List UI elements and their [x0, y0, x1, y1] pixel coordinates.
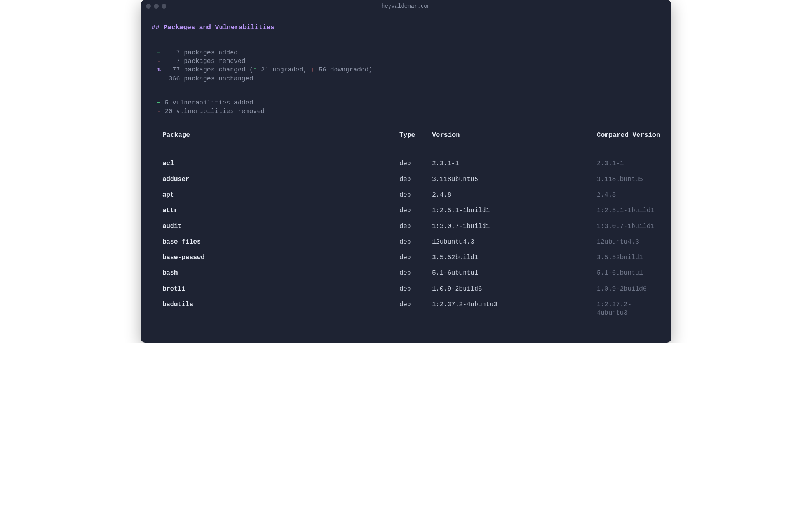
arrow-down-icon: ↓ [311, 66, 315, 73]
table-row: brotlideb1.0.9-2build61.0.9-2build6 [162, 281, 660, 297]
header-compared: Compared Version [597, 131, 660, 156]
cell-type: deb [399, 297, 432, 321]
summary-added: + 7 packages added [157, 49, 660, 57]
table-row: attrdeb1:2.5.1-1build11:2.5.1-1build1 [162, 203, 660, 218]
cell-compared: 12ubuntu4.3 [597, 234, 660, 250]
header-version: Version [432, 131, 597, 156]
cell-version: 5.1-6ubuntu1 [432, 265, 597, 281]
vuln-added: + 5 vulnerabilities added [157, 99, 660, 107]
cell-package: adduser [162, 172, 399, 187]
terminal-window: heyvaldemar.com ## Packages and Vulnerab… [141, 0, 671, 343]
cell-compared: 2.4.8 [597, 187, 660, 203]
cell-version: 2.4.8 [432, 187, 597, 203]
traffic-lights [146, 4, 166, 9]
table-row: base-filesdeb12ubuntu4.312ubuntu4.3 [162, 234, 660, 250]
cell-version: 3.118ubuntu5 [432, 172, 597, 187]
cell-package: brotli [162, 281, 399, 297]
cell-compared: 1:2.5.1-1build1 [597, 203, 660, 218]
maximize-icon[interactable] [162, 4, 166, 9]
cell-version: 2.3.1-1 [432, 156, 597, 171]
table-row: base-passwddeb3.5.52build13.5.52build1 [162, 250, 660, 265]
sep: , [303, 66, 311, 73]
downgraded-label: downgraded [330, 66, 369, 73]
cell-type: deb [399, 234, 432, 250]
table-row: acldeb2.3.1-12.3.1-1 [162, 156, 660, 171]
summary-unchanged-label: packages unchanged [184, 75, 253, 82]
cell-version: 1:3.0.7-1build1 [432, 219, 597, 234]
package-table-wrap: Package Type Version Compared Version ac… [162, 131, 660, 321]
paren-open: ( [249, 66, 253, 73]
minimize-icon[interactable] [154, 4, 159, 9]
cell-package: attr [162, 203, 399, 218]
package-summary: + 7 packages added - 7 packages removed … [157, 49, 660, 83]
package-table: Package Type Version Compared Version ac… [162, 131, 660, 321]
summary-added-count: 7 [176, 49, 180, 56]
table-row: bashdeb5.1-6ubuntu15.1-6ubuntu1 [162, 265, 660, 281]
summary-unchanged-count: 366 [169, 75, 180, 82]
cell-type: deb [399, 203, 432, 218]
cell-type: deb [399, 281, 432, 297]
vuln-removed: - 20 vulnerabilities removed [157, 107, 660, 116]
minus-icon: - [157, 57, 161, 65]
cell-type: deb [399, 250, 432, 265]
cell-compared: 1:3.0.7-1build1 [597, 219, 660, 234]
cell-type: deb [399, 219, 432, 234]
window-title: heyvaldemar.com [146, 3, 666, 9]
header-type: Type [399, 131, 432, 156]
summary-added-label: packages added [184, 49, 238, 56]
cell-type: deb [399, 172, 432, 187]
vuln-removed-label: vulnerabilities removed [176, 108, 265, 115]
close-icon[interactable] [146, 4, 151, 9]
summary-changed-label: packages changed [184, 66, 245, 73]
cell-package: base-files [162, 234, 399, 250]
change-icon: ⇅ [157, 66, 161, 73]
cell-type: deb [399, 156, 432, 171]
cell-version: 1:2.5.1-1build1 [432, 203, 597, 218]
table-row: bsdutilsdeb1:2.37.2-4ubuntu31:2.37.2-4ub… [162, 297, 660, 321]
table-row: aptdeb2.4.82.4.8 [162, 187, 660, 203]
summary-changed-count: 77 [173, 66, 180, 73]
upgraded-count: 21 [261, 66, 268, 73]
cell-package: apt [162, 187, 399, 203]
summary-unchanged: 366 packages unchanged [157, 75, 660, 83]
vulnerability-summary: + 5 vulnerabilities added - 20 vulnerabi… [157, 99, 660, 116]
cell-compared: 3.118ubuntu5 [597, 172, 660, 187]
vuln-added-label: vulnerabilities added [173, 99, 253, 106]
table-body: acldeb2.3.1-12.3.1-1adduserdeb3.118ubunt… [162, 156, 660, 321]
cell-version: 1:2.37.2-4ubuntu3 [432, 297, 597, 321]
cell-package: bsdutils [162, 297, 399, 321]
table-row: adduserdeb3.118ubuntu53.118ubuntu5 [162, 172, 660, 187]
cell-type: deb [399, 265, 432, 281]
cell-version: 3.5.52build1 [432, 250, 597, 265]
plus-icon: + [157, 49, 161, 56]
header-package: Package [162, 131, 399, 156]
summary-removed: - 7 packages removed [157, 57, 660, 66]
vuln-removed-count: 20 [165, 108, 173, 115]
cell-package: audit [162, 219, 399, 234]
cell-version: 12ubuntu4.3 [432, 234, 597, 250]
cell-compared: 5.1-6ubuntu1 [597, 265, 660, 281]
table-header-row: Package Type Version Compared Version [162, 131, 660, 156]
arrow-up-icon: ↑ [253, 66, 257, 73]
cell-type: deb [399, 187, 432, 203]
titlebar: heyvaldemar.com [141, 0, 671, 12]
terminal-content: ## Packages and Vulnerabilities + 7 pack… [141, 12, 671, 321]
paren-close: ) [369, 66, 373, 73]
summary-changed: ⇅ 77 packages changed (↑ 21 upgraded, ↓ … [157, 66, 660, 74]
cell-compared: 1:2.37.2-4ubuntu3 [597, 297, 660, 321]
cell-compared: 3.5.52build1 [597, 250, 660, 265]
cell-compared: 2.3.1-1 [597, 156, 660, 171]
vuln-added-count: 5 [165, 99, 169, 106]
cell-package: base-passwd [162, 250, 399, 265]
summary-removed-count: 7 [176, 57, 180, 65]
cell-package: acl [162, 156, 399, 171]
plus-icon: + [157, 99, 161, 106]
section-heading: ## Packages and Vulnerabilities [152, 23, 660, 32]
cell-compared: 1.0.9-2build6 [597, 281, 660, 297]
table-row: auditdeb1:3.0.7-1build11:3.0.7-1build1 [162, 219, 660, 234]
summary-removed-label: packages removed [184, 57, 245, 65]
minus-icon: - [157, 108, 161, 115]
downgraded-count: 56 [319, 66, 326, 73]
cell-version: 1.0.9-2build6 [432, 281, 597, 297]
cell-package: bash [162, 265, 399, 281]
